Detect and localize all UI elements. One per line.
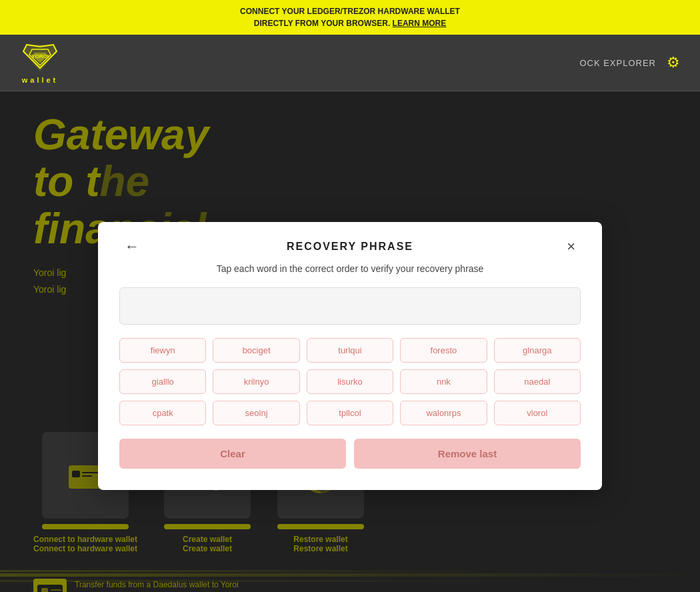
word-grid: fiewynbocigetturlquiforestoglnargagialll… bbox=[119, 338, 581, 425]
modal-title: RECOVERY PHRASE bbox=[287, 241, 413, 253]
word-chip-1[interactable]: bociget bbox=[213, 338, 299, 363]
word-chip-12[interactable]: tpllcol bbox=[307, 401, 393, 425]
word-chip-8[interactable]: nnk bbox=[400, 369, 487, 394]
header-right: OCK EXPLORER ⚙ bbox=[579, 54, 680, 71]
header: YOROI wallet OCK EXPLORER ⚙ bbox=[0, 35, 700, 91]
announcement-line1: CONNECT YOUR LEDGER/TREZOR HARDWARE WALL… bbox=[8, 5, 692, 17]
modal-header: ← RECOVERY PHRASE × bbox=[119, 241, 581, 253]
word-chip-6[interactable]: krilnyo bbox=[213, 369, 299, 394]
modal-close-button[interactable]: × bbox=[561, 235, 581, 258]
yoroi-logo-icon: YOROI bbox=[20, 41, 60, 75]
word-chip-0[interactable]: fiewyn bbox=[119, 338, 206, 363]
modal-overlay[interactable]: ← RECOVERY PHRASE × Tap each word in the… bbox=[0, 91, 700, 592]
modal-actions: Clear Remove last bbox=[119, 439, 581, 469]
word-chip-9[interactable]: naedal bbox=[494, 369, 581, 394]
logo-area: YOROI wallet bbox=[20, 41, 60, 84]
modal-back-button[interactable]: ← bbox=[119, 235, 145, 258]
recovery-phrase-input[interactable] bbox=[119, 287, 581, 325]
modal-subtitle: Tap each word in the correct order to ve… bbox=[119, 263, 581, 274]
word-chip-3[interactable]: foresto bbox=[400, 338, 487, 363]
announcement-bar: CONNECT YOUR LEDGER/TREZOR HARDWARE WALL… bbox=[0, 0, 700, 35]
main-content: Gateway to the financial Yoroi lig Yoroi… bbox=[0, 91, 700, 592]
word-chip-10[interactable]: cpatk bbox=[119, 401, 206, 425]
word-chip-7[interactable]: lisurko bbox=[307, 369, 393, 394]
settings-icon[interactable]: ⚙ bbox=[667, 54, 680, 71]
explorer-link[interactable]: OCK EXPLORER bbox=[579, 58, 656, 68]
clear-button[interactable]: Clear bbox=[119, 439, 346, 469]
logo-text: wallet bbox=[22, 76, 59, 84]
word-chip-14[interactable]: vlorol bbox=[494, 401, 581, 425]
word-chip-13[interactable]: walonrps bbox=[400, 401, 487, 425]
announcement-line2-text: DIRECTLY FROM YOUR BROWSER. bbox=[254, 19, 393, 28]
remove-last-button[interactable]: Remove last bbox=[354, 439, 581, 469]
word-chip-4[interactable]: glnarga bbox=[494, 338, 581, 363]
announcement-link[interactable]: LEARN MORE bbox=[393, 19, 447, 28]
svg-text:YOROI: YOROI bbox=[31, 53, 49, 59]
word-chip-2[interactable]: turlqui bbox=[307, 338, 393, 363]
recovery-phrase-modal: ← RECOVERY PHRASE × Tap each word in the… bbox=[98, 222, 602, 490]
announcement-line2: DIRECTLY FROM YOUR BROWSER. LEARN MORE bbox=[8, 17, 692, 29]
word-chip-11[interactable]: seolnj bbox=[213, 401, 299, 425]
word-chip-5[interactable]: gialllo bbox=[119, 369, 206, 394]
